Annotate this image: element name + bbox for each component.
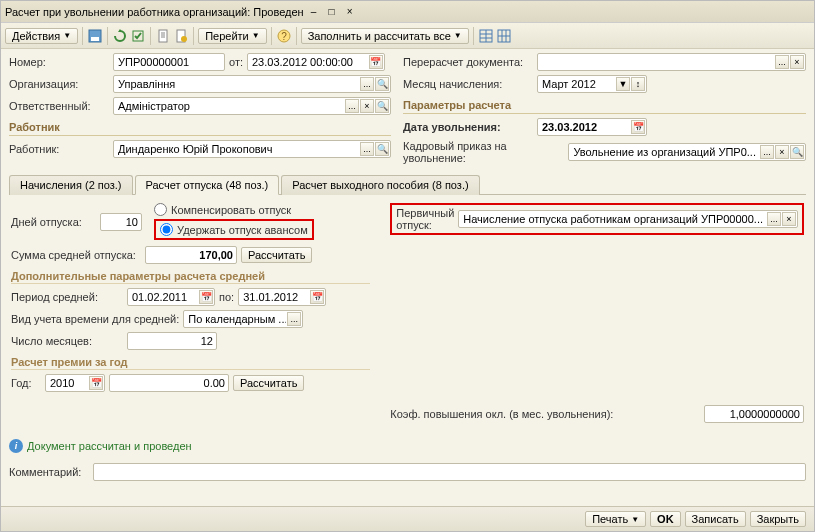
- addparams-section: Дополнительные параметры расчета средней: [11, 270, 370, 284]
- coef-input[interactable]: [704, 405, 804, 423]
- grid-icon[interactable]: [478, 28, 494, 44]
- option-compensate[interactable]: Компенсировать отпуск: [154, 203, 314, 216]
- refresh-icon[interactable]: [112, 28, 128, 44]
- worker-section: Работник: [9, 119, 391, 136]
- search-icon[interactable]: 🔍: [375, 99, 389, 113]
- coef-label: Коэф. повышения окл. (в мес. увольнения)…: [390, 408, 613, 420]
- resp-input[interactable]: Адміністратор...×🔍: [113, 97, 391, 115]
- ok-button[interactable]: OK: [650, 511, 681, 527]
- worker-input[interactable]: Диндаренко Юрій Прокопович...🔍: [113, 140, 391, 158]
- year-input[interactable]: 2010📅: [45, 374, 105, 392]
- fill-calc-button[interactable]: Заполнить и рассчитать все ▼: [301, 28, 469, 44]
- period-from-input[interactable]: 01.02.2011📅: [127, 288, 215, 306]
- date-input[interactable]: 23.03.2012 00:00:00📅: [247, 53, 385, 71]
- dismiss-date-label: Дата увольнения:: [403, 121, 533, 133]
- document-star-icon[interactable]: [173, 28, 189, 44]
- period-to-input[interactable]: 31.01.2012📅: [238, 288, 326, 306]
- tab-vacation[interactable]: Расчет отпуска (48 поз.): [135, 175, 280, 195]
- time-input[interactable]: По календарным ......: [183, 310, 303, 328]
- option-advance-highlight: Удержать отпуск авансом: [154, 219, 314, 240]
- month-input[interactable]: Март 2012▼↕: [537, 75, 647, 93]
- months-input[interactable]: [127, 332, 217, 350]
- ellipsis-icon[interactable]: ...: [760, 145, 774, 159]
- save-icon[interactable]: [87, 28, 103, 44]
- document-icon[interactable]: [155, 28, 171, 44]
- bonus-calc-button[interactable]: Рассчитать: [233, 375, 304, 391]
- close-button[interactable]: ×: [342, 5, 358, 19]
- calendar-icon[interactable]: 📅: [310, 290, 324, 304]
- search-icon[interactable]: 🔍: [375, 142, 389, 156]
- ellipsis-icon[interactable]: ...: [775, 55, 789, 69]
- maximize-button[interactable]: □: [324, 5, 340, 19]
- clear-icon[interactable]: ×: [775, 145, 789, 159]
- bonus-section: Расчет премии за год: [11, 356, 370, 370]
- month-label: Месяц начисления:: [403, 78, 533, 90]
- months-label: Число месяцев:: [11, 335, 123, 347]
- resp-label: Ответственный:: [9, 100, 109, 112]
- period-label: Период средней:: [11, 291, 123, 303]
- primary-label: Первичный отпуск:: [396, 207, 454, 231]
- help-icon[interactable]: ?: [276, 28, 292, 44]
- toolbar: Действия ▼ Перейти ▼ ? Заполнить и рассч…: [1, 23, 814, 49]
- days-label: Дней отпуска:: [11, 216, 96, 228]
- avgsum-input[interactable]: [145, 246, 237, 264]
- clear-icon[interactable]: ×: [782, 212, 796, 226]
- time-label: Вид учета времени для средней:: [11, 313, 179, 325]
- svg-text:?: ?: [281, 31, 287, 42]
- dismiss-date-input[interactable]: 23.03.2012📅: [537, 118, 647, 136]
- info-icon: i: [9, 439, 23, 453]
- tab-accruals[interactable]: Начисления (2 поз.): [9, 175, 133, 195]
- primary-input[interactable]: Начисление отпуска работникам организаци…: [458, 210, 798, 228]
- search-icon[interactable]: 🔍: [375, 77, 389, 91]
- footer: Печать ▼ OK Записать Закрыть: [1, 506, 814, 531]
- window-title: Расчет при увольнении работника организа…: [5, 6, 304, 18]
- period-to-label: по:: [219, 291, 234, 303]
- number-input[interactable]: УПР00000001: [113, 53, 225, 71]
- org-input[interactable]: Управління...🔍: [113, 75, 391, 93]
- svg-rect-1: [91, 37, 99, 41]
- calendar-icon[interactable]: 📅: [89, 376, 103, 390]
- year-label: Год:: [11, 377, 41, 389]
- calendar-icon[interactable]: 📅: [631, 120, 645, 134]
- avgsum-label: Сумма средней отпуска:: [11, 249, 141, 261]
- write-button[interactable]: Записать: [685, 511, 746, 527]
- ellipsis-icon[interactable]: ...: [360, 77, 374, 91]
- ellipsis-icon[interactable]: ...: [360, 142, 374, 156]
- info-text: Документ рассчитан и проведен: [27, 440, 192, 452]
- tab-severance[interactable]: Расчет выходного пособия (8 поз.): [281, 175, 479, 195]
- org-label: Организация:: [9, 78, 109, 90]
- clear-icon[interactable]: ×: [360, 99, 374, 113]
- recalc-input[interactable]: ...×: [537, 53, 806, 71]
- svg-rect-3: [159, 30, 167, 42]
- print-button[interactable]: Печать ▼: [585, 511, 646, 527]
- dropdown-icon[interactable]: ▼: [616, 77, 630, 91]
- ellipsis-icon[interactable]: ...: [767, 212, 781, 226]
- search-icon[interactable]: 🔍: [790, 145, 804, 159]
- actions-button[interactable]: Действия ▼: [5, 28, 78, 44]
- number-label: Номер:: [9, 56, 109, 68]
- order-input[interactable]: Увольнение из организаций УПР0......×🔍: [568, 143, 806, 161]
- goto-button[interactable]: Перейти ▼: [198, 28, 267, 44]
- post-icon[interactable]: [130, 28, 146, 44]
- recalc-label: Перерасчет документа:: [403, 56, 533, 68]
- ellipsis-icon[interactable]: ...: [287, 312, 301, 326]
- ellipsis-icon[interactable]: ...: [345, 99, 359, 113]
- minimize-button[interactable]: –: [306, 5, 322, 19]
- comment-label: Комментарий:: [9, 466, 89, 478]
- spin-icon[interactable]: ↕: [631, 77, 645, 91]
- info-line: i Документ рассчитан и проведен: [9, 439, 806, 453]
- days-input[interactable]: [100, 213, 142, 231]
- tabs: Начисления (2 поз.) Расчет отпуска (48 п…: [9, 174, 806, 195]
- clear-icon[interactable]: ×: [790, 55, 804, 69]
- bonus-sum-input[interactable]: [109, 374, 229, 392]
- primary-vacation-highlight: Первичный отпуск: Начисление отпуска раб…: [390, 203, 804, 235]
- from-label: от:: [229, 56, 243, 68]
- worker-label: Работник:: [9, 143, 109, 155]
- comment-input[interactable]: [93, 463, 806, 481]
- grid2-icon[interactable]: [496, 28, 512, 44]
- calendar-icon[interactable]: 📅: [199, 290, 213, 304]
- calc-button[interactable]: Рассчитать: [241, 247, 312, 263]
- close-footer-button[interactable]: Закрыть: [750, 511, 806, 527]
- option-advance[interactable]: Удержать отпуск авансом: [160, 223, 308, 236]
- calendar-icon[interactable]: 📅: [369, 55, 383, 69]
